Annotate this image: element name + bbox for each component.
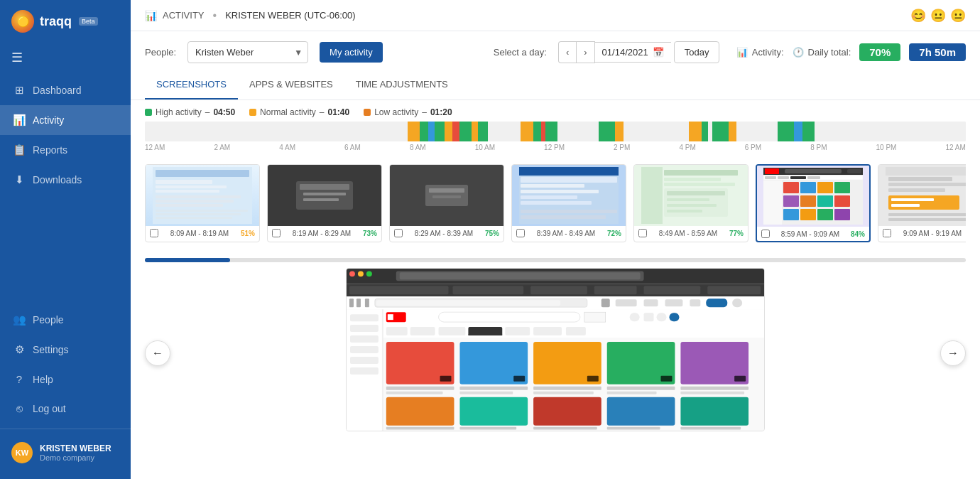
screenshot-checkbox-5[interactable] [638, 229, 647, 237]
next-screenshot-button[interactable]: → [940, 340, 966, 366]
app-name: traqq [40, 14, 72, 29]
screenshot-card-1[interactable]: 8:09 AM - 8:19 AM 51% [145, 164, 260, 242]
timeline-seg-6 [452, 122, 459, 141]
svg-rect-113 [644, 313, 654, 321]
screenshot-checkbox-3[interactable] [394, 229, 403, 237]
next-date-button[interactable]: › [576, 41, 594, 63]
sidebar-item-help[interactable]: ? Help [0, 365, 131, 394]
screenshot-time-3: 8:29 AM - 8:39 AM [415, 230, 473, 237]
timeline-seg-18 [712, 122, 729, 141]
people-icon: 👥 [13, 313, 26, 326]
prev-screenshot-button[interactable]: ← [145, 340, 170, 366]
svg-rect-87 [349, 298, 354, 307]
topbar-user-title: KRISTEN WEBER (UTC-06:00) [225, 10, 355, 21]
sidebar-item-downloads[interactable]: ⬇ Downloads [0, 165, 131, 195]
svg-rect-133 [660, 376, 672, 382]
screenshot-card-6[interactable]: 8:59 AM - 9:09 AM 84% [756, 164, 871, 242]
screenshot-card-7[interactable]: 9:09 AM - 9:19 AM 99% [878, 164, 966, 242]
screenshot-time-7: 9:09 AM - 9:19 AM [903, 230, 962, 237]
today-button[interactable]: Today [674, 41, 720, 63]
sidebar-item-logout[interactable]: ⎋ Log out [0, 394, 131, 423]
svg-rect-150 [386, 427, 454, 430]
person-select[interactable]: Kristen Weber [187, 41, 308, 63]
svg-rect-98 [732, 298, 742, 307]
scrollbar-thumb [145, 258, 230, 262]
activity-percentage-badge: 70% [859, 43, 900, 61]
sidebar-item-activity[interactable]: 📊 Activity [0, 105, 131, 135]
screenshot-footer-2: 8:19 AM - 8:29 AM 73% [268, 226, 381, 240]
normal-activity-label: Normal activity [260, 107, 316, 117]
sidebar-item-reports[interactable]: 📋 Reports [0, 135, 131, 165]
tab-apps-websites[interactable]: APPS & WEBSITES [238, 70, 344, 99]
screenshot-card-4[interactable]: 8:39 AM - 8:49 AM 72% [511, 164, 626, 242]
screenshots-scroll[interactable]: 8:09 AM - 8:19 AM 51% [145, 164, 966, 248]
sidebar-bottom: 👥 People ⚙ Settings ? Help ⎋ Log out KW … [0, 305, 131, 479]
sidebar-item-dashboard[interactable]: ⊞ Dashboard [0, 75, 131, 105]
emoji-happy[interactable]: 😊 [910, 8, 926, 23]
time-label-12am: 12 AM [145, 144, 165, 151]
svg-rect-109 [388, 314, 393, 320]
svg-rect-55 [800, 195, 816, 207]
svg-rect-18 [429, 188, 464, 193]
svg-rect-49 [763, 181, 782, 225]
timeline-bar[interactable] [145, 122, 966, 141]
svg-rect-81 [452, 286, 523, 294]
screenshot-footer-6: 8:59 AM - 9:09 AM 84% [757, 227, 869, 241]
topbar-section: ACTIVITY [163, 10, 205, 21]
tab-screenshots[interactable]: SCREENSHOTS [145, 70, 238, 99]
sidebar-logo[interactable]: 🟡 traqqBeta [0, 0, 131, 43]
thumb-content-2 [268, 165, 381, 226]
svg-rect-68 [891, 198, 934, 201]
prev-date-button[interactable]: ‹ [558, 41, 576, 63]
svg-rect-84 [644, 286, 701, 294]
low-activity-dot [364, 109, 371, 116]
svg-rect-1 [156, 170, 249, 177]
screenshots-scrollbar[interactable] [145, 258, 966, 262]
timeline-seg-19 [729, 122, 737, 141]
legend-separator2: – [320, 107, 325, 117]
svg-rect-80 [349, 286, 449, 294]
svg-rect-26 [521, 201, 592, 205]
svg-rect-144 [680, 392, 744, 394]
screenshot-card-5[interactable]: 8:49 AM - 8:59 AM 77% [633, 164, 748, 242]
svg-rect-63 [886, 167, 966, 176]
timeline-empty-2 [488, 122, 521, 141]
svg-rect-102 [350, 335, 379, 343]
hamburger-menu[interactable]: ☰ [0, 43, 131, 72]
my-activity-button[interactable]: My activity [320, 42, 383, 63]
screenshot-pct-6: 84% [851, 230, 865, 238]
screenshot-thumb-3 [390, 165, 503, 226]
timeline-seg-11 [533, 122, 542, 141]
screenshot-time-5: 8:49 AM - 8:59 AM [659, 230, 717, 237]
svg-rect-104 [350, 357, 379, 364]
low-activity-label: Low activity [374, 107, 418, 117]
high-activity-dot [145, 109, 152, 116]
screenshot-card-3[interactable]: 8:29 AM - 8:39 AM 75% [389, 164, 504, 242]
svg-rect-67 [888, 195, 959, 210]
date-display: 01/14/2021 📅 [595, 42, 671, 63]
activity-stat: 📊 Activity: [736, 47, 784, 58]
sidebar-item-settings[interactable]: ⚙ Settings [0, 335, 131, 365]
svg-rect-95 [665, 299, 682, 306]
svg-rect-92 [601, 298, 610, 307]
sidebar-item-people[interactable]: 👥 People [0, 305, 131, 335]
activity-stat-icon: 📊 [736, 47, 748, 58]
legend-high: High activity – 04:50 [145, 107, 235, 117]
downloads-icon: ⬇ [13, 173, 26, 186]
screenshot-checkbox-1[interactable] [150, 229, 158, 237]
screenshot-checkbox-4[interactable] [516, 229, 525, 237]
svg-rect-36 [667, 198, 709, 201]
svg-rect-88 [356, 298, 361, 307]
screenshots-section: 8:09 AM - 8:19 AM 51% [131, 157, 980, 255]
emoji-neutral-1[interactable]: 😐 [930, 8, 946, 23]
screenshot-checkbox-6[interactable] [761, 230, 770, 238]
clock-icon: 🕐 [793, 47, 804, 58]
topbar: 📊 ACTIVITY • KRISTEN WEBER (UTC-06:00) 😊… [131, 0, 980, 31]
screenshot-card-2[interactable]: 8:19 AM - 8:29 AM 73% [267, 164, 382, 242]
screenshot-checkbox-7[interactable] [883, 229, 891, 237]
svg-rect-145 [386, 397, 454, 426]
screenshot-checkbox-2[interactable] [272, 229, 281, 237]
emoji-neutral-2[interactable]: 😐 [950, 8, 966, 23]
time-label-8am: 8 AM [410, 144, 426, 151]
tab-time-adjustments[interactable]: TIME ADJUSTMENTS [344, 70, 459, 99]
